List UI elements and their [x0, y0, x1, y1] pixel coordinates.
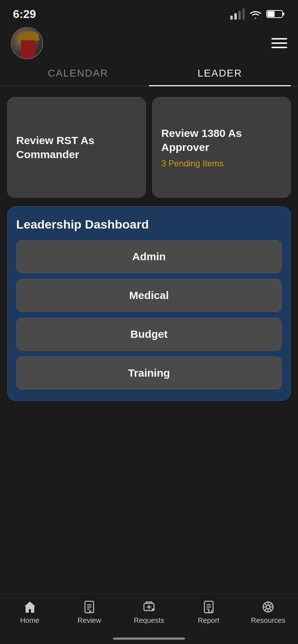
tab-calendar[interactable]: CALENDAR [7, 61, 149, 86]
tab-bar: CALENDAR LEADER [0, 61, 298, 86]
budget-button[interactable]: Budget [16, 318, 282, 351]
nav-home[interactable]: Home [0, 600, 60, 625]
signal-icon [230, 7, 245, 21]
nav-requests-label: Requests [134, 616, 164, 625]
review-icon [82, 600, 96, 614]
svg-rect-0 [230, 15, 233, 19]
svg-rect-2 [238, 11, 241, 19]
battery-icon [266, 9, 285, 19]
status-icons [230, 7, 285, 21]
nav-report-label: Report [198, 616, 220, 625]
nav-home-label: Home [20, 616, 39, 625]
cards-row: Review RST As Commander Review 1380 As A… [7, 97, 291, 198]
wifi-icon [248, 7, 263, 21]
nav-requests[interactable]: Requests [119, 600, 179, 625]
nav-review[interactable]: Review [60, 600, 119, 625]
svg-rect-1 [234, 13, 237, 20]
nav-resources[interactable]: Resources [238, 600, 298, 625]
svg-rect-3 [242, 8, 245, 19]
training-button[interactable]: Training [16, 356, 282, 390]
review-rst-card[interactable]: Review RST As Commander [7, 97, 146, 198]
review-rst-title: Review RST As Commander [16, 133, 137, 161]
svg-rect-6 [283, 13, 284, 15]
review-1380-card[interactable]: Review 1380 As Approver 3 Pending Items [152, 97, 291, 198]
menu-button[interactable] [271, 38, 287, 48]
requests-icon [142, 600, 156, 614]
bottom-nav: Home Review Requests [0, 594, 298, 644]
tab-leader[interactable]: LEADER [149, 61, 291, 86]
status-bar: 6:29 [0, 0, 298, 25]
status-time: 6:29 [13, 8, 36, 21]
home-indicator [113, 638, 185, 640]
resources-icon [261, 600, 275, 614]
nav-report[interactable]: Report [179, 600, 239, 625]
main-content: Review RST As Commander Review 1380 As A… [0, 86, 298, 411]
admin-button[interactable]: Admin [16, 240, 282, 273]
leadership-dashboard: Leadership Dashboard Admin Medical Budge… [7, 206, 291, 401]
nav-review-label: Review [78, 616, 101, 625]
report-icon [202, 600, 216, 614]
dashboard-title: Leadership Dashboard [16, 217, 282, 231]
home-icon [23, 600, 37, 614]
review-1380-title: Review 1380 As Approver [161, 126, 282, 154]
nav-resources-label: Resources [251, 616, 285, 625]
svg-line-28 [265, 608, 267, 611]
header [0, 25, 298, 61]
dashboard-buttons: Admin Medical Budget Training [16, 240, 282, 390]
svg-rect-5 [267, 11, 275, 17]
review-1380-subtitle: 3 Pending Items [161, 158, 282, 169]
avatar[interactable] [11, 27, 43, 59]
svg-line-27 [270, 603, 272, 606]
svg-line-25 [265, 603, 267, 606]
medical-button[interactable]: Medical [16, 279, 282, 312]
svg-line-26 [270, 608, 272, 611]
